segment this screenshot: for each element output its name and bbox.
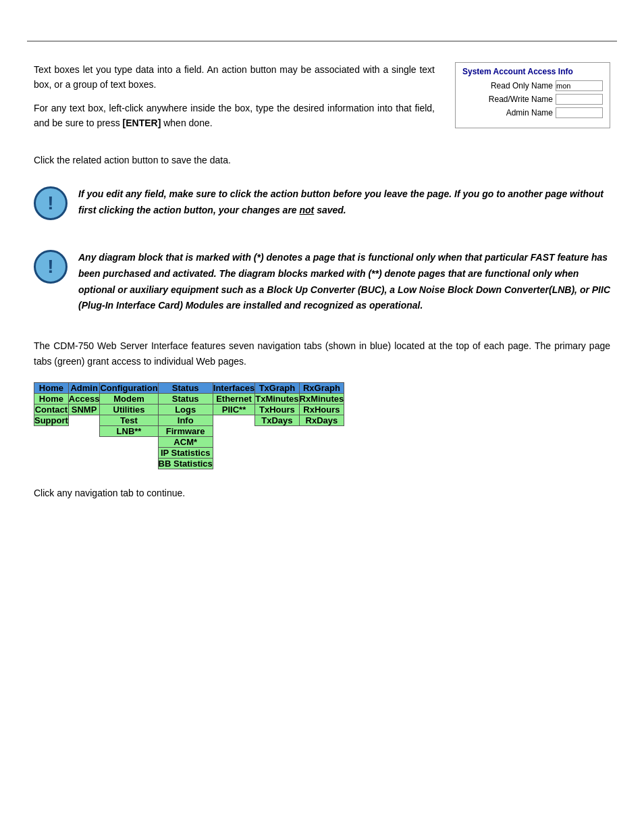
nav-table-row: BB Statistics <box>34 458 344 469</box>
nav-table-row: HomeAdminConfigurationStatusInterfacesTx… <box>34 382 344 393</box>
nav-table-cell[interactable]: Configuration <box>100 382 158 393</box>
nav-table-cell <box>299 447 344 458</box>
nav-table-cell <box>100 447 158 458</box>
admin-input[interactable] <box>556 107 603 118</box>
nav-table-row: IP Statistics <box>34 447 344 458</box>
nav-table-cell <box>34 447 69 458</box>
field-row-admin: Admin Name <box>462 107 603 118</box>
nav-table-cell[interactable]: Utilities <box>100 404 158 415</box>
notice-block-2: ! Any diagram block that is marked with … <box>34 244 610 319</box>
intro-block: Text boxes let you type data into a fiel… <box>34 62 610 139</box>
nav-table-cell[interactable]: Home <box>34 382 69 393</box>
intro-text: Text boxes let you type data into a fiel… <box>34 62 435 139</box>
nav-table-cell[interactable]: Ethernet <box>213 393 254 404</box>
content-area: Text boxes let you type data into a fiel… <box>0 42 644 568</box>
nav-table-row: HomeAccessModemStatusEthernetTxMinutesRx… <box>34 393 344 404</box>
page-wrapper: Text boxes let you type data into a fiel… <box>0 41 644 834</box>
nav-table-cell <box>68 447 100 458</box>
nav-table-cell[interactable]: TxDays <box>255 415 299 425</box>
system-account-title: System Account Access Info <box>462 67 603 76</box>
readwrite-input[interactable] <box>556 94 603 105</box>
nav-table: HomeAdminConfigurationStatusInterfacesTx… <box>34 382 344 469</box>
nav-table-cell[interactable]: Admin <box>68 382 100 393</box>
nav-table-cell[interactable]: Logs <box>158 404 213 415</box>
nav-table-cell <box>68 436 100 447</box>
notice-icon-1: ! <box>34 186 68 220</box>
nav-table-cell[interactable]: Home <box>34 393 69 404</box>
nav-table-cell[interactable]: Contact <box>34 404 69 415</box>
nav-table-cell[interactable]: ACM* <box>158 436 213 447</box>
click-continue: Click any navigation tab to continue. <box>34 486 610 500</box>
intro-para2: For any text box, left-click anywhere in… <box>34 101 435 131</box>
nav-table-cell[interactable]: Modem <box>100 393 158 404</box>
nav-table-cell <box>299 425 344 436</box>
nav-table-cell[interactable]: TxHours <box>255 404 299 415</box>
nav-table-row: LNB**Firmware <box>34 425 344 436</box>
nav-table-cell[interactable]: BB Statistics <box>158 458 213 469</box>
system-account-box: System Account Access Info Read Only Nam… <box>455 62 610 128</box>
nav-description: The CDM-750 Web Server Interface feature… <box>34 338 610 369</box>
nav-table-cell[interactable]: TxMinutes <box>255 393 299 404</box>
nav-table-cell <box>68 425 100 436</box>
nav-table-cell <box>255 425 299 436</box>
nav-table-cell <box>213 415 254 425</box>
nav-table-cell <box>34 458 69 469</box>
nav-table-cell[interactable]: Test <box>100 415 158 425</box>
notice-block-1: ! If you edit any field, make sure to cl… <box>34 181 610 226</box>
nav-table-cell[interactable]: Info <box>158 415 213 425</box>
nav-table-cell <box>34 425 69 436</box>
readwrite-label: Read/Write Name <box>489 95 553 104</box>
readonly-input[interactable] <box>556 80 603 91</box>
nav-table-cell <box>299 458 344 469</box>
nav-table-cell <box>34 436 69 447</box>
nav-table-cell <box>68 415 100 425</box>
nav-table-cell <box>68 458 100 469</box>
field-row-readwrite: Read/Write Name <box>462 94 603 105</box>
nav-table-cell <box>255 447 299 458</box>
nav-table-cell[interactable]: RxHours <box>299 404 344 415</box>
nav-table-cell[interactable]: RxGraph <box>299 382 344 393</box>
nav-table-cell[interactable]: PIIC** <box>213 404 254 415</box>
nav-table-row: SupportTestInfoTxDaysRxDays <box>34 415 344 425</box>
nav-table-cell <box>100 458 158 469</box>
nav-table-cell <box>213 458 254 469</box>
nav-table-row: ContactSNMPUtilitiesLogsPIIC**TxHoursRxH… <box>34 404 344 415</box>
nav-table-cell <box>100 436 158 447</box>
nav-table-cell[interactable]: RxDays <box>299 415 344 425</box>
nav-table-cell[interactable]: Support <box>34 415 69 425</box>
nav-table-cell[interactable]: Status <box>158 393 213 404</box>
nav-table-cell[interactable]: IP Statistics <box>158 447 213 458</box>
click-save-text: Click the related action button to save … <box>34 153 610 167</box>
nav-table-cell[interactable]: Access <box>68 393 100 404</box>
nav-table-cell <box>255 458 299 469</box>
notice-text-1: If you edit any field, make sure to clic… <box>78 186 610 219</box>
nav-table-cell <box>299 436 344 447</box>
nav-table-cell <box>213 447 254 458</box>
nav-table-cell[interactable]: SNMP <box>68 404 100 415</box>
nav-table-cell[interactable]: TxGraph <box>255 382 299 393</box>
nav-table-cell <box>213 436 254 447</box>
enter-bold: [ENTER] <box>123 118 161 128</box>
nav-table-cell[interactable]: RxMinutes <box>299 393 344 404</box>
notice-text-2: Any diagram block that is marked with (*… <box>78 250 610 314</box>
nav-table-cell <box>255 436 299 447</box>
readonly-label: Read Only Name <box>491 81 553 90</box>
field-row-readonly: Read Only Name <box>462 80 603 91</box>
intro-para1: Text boxes let you type data into a fiel… <box>34 62 435 93</box>
notice-icon-2: ! <box>34 250 68 284</box>
nav-table-cell[interactable]: Firmware <box>158 425 213 436</box>
nav-table-row: ACM* <box>34 436 344 447</box>
admin-label: Admin Name <box>506 108 553 118</box>
nav-table-cell <box>213 425 254 436</box>
nav-table-cell[interactable]: Status <box>158 382 213 393</box>
nav-table-cell[interactable]: Interfaces <box>213 382 254 393</box>
nav-table-body: HomeAdminConfigurationStatusInterfacesTx… <box>34 382 344 469</box>
nav-table-cell[interactable]: LNB** <box>100 425 158 436</box>
